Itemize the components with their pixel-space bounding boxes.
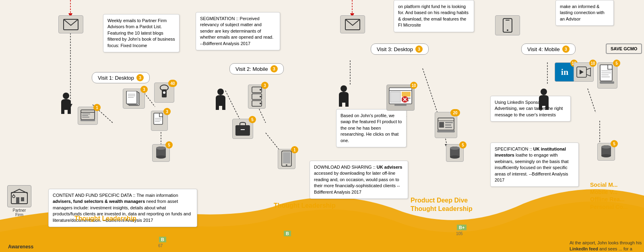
briefcase-icon-2: 5 bbox=[232, 119, 253, 139]
svg-point-74 bbox=[260, 96, 261, 97]
briefcase-icon-box-2: 5 bbox=[232, 119, 253, 139]
db-icon-3: 5 bbox=[446, 144, 464, 162]
db-badge-4: 5 bbox=[611, 140, 618, 147]
microsite-icon-box-3: 10 bbox=[386, 85, 415, 111]
email-icon-2 bbox=[345, 19, 360, 30]
bottom-label-4-line1: Social M... bbox=[590, 181, 627, 188]
partner-firm-node: PartnerFirm bbox=[7, 185, 31, 217]
annotation-6-text: DOWNLOAD AND SHARING :: UK advisers acce… bbox=[314, 165, 402, 194]
doc-icon-1: 3 bbox=[151, 111, 168, 131]
svg-rect-95 bbox=[437, 130, 455, 132]
svg-rect-47 bbox=[82, 114, 90, 114]
server-badge-2: 3 bbox=[261, 82, 268, 89]
svg-rect-45 bbox=[81, 110, 95, 120]
svg-rect-92 bbox=[445, 122, 453, 123]
visit-2-label: Visit 2: Mobile 3 bbox=[229, 63, 284, 74]
video-icon-4: 10 bbox=[574, 62, 594, 82]
doc-icon-box-1: 3 bbox=[151, 111, 168, 131]
svg-rect-60 bbox=[154, 113, 163, 124]
annotation-9-text: Using LinkedIn Sponsored Advertising, we… bbox=[495, 100, 563, 117]
docs-icon-box-1: 3 bbox=[123, 89, 145, 109]
bottom-label-3: Product Deep Dive Thought Leadership bbox=[411, 196, 473, 213]
visit-4-label: Visit 4: Mobile 3 bbox=[521, 43, 576, 55]
annotation-4: make an informed & lasting connection wi… bbox=[555, 0, 614, 26]
db-icon-box-4: 5 bbox=[597, 143, 615, 161]
svg-marker-101 bbox=[580, 70, 584, 74]
svg-rect-94 bbox=[445, 127, 452, 128]
svg-point-111 bbox=[601, 145, 611, 149]
svg-point-39 bbox=[341, 85, 347, 92]
svg-rect-88 bbox=[394, 104, 407, 106]
email-icon-node-2 bbox=[340, 15, 365, 33]
phone-icon-node bbox=[495, 15, 520, 35]
svg-rect-48 bbox=[82, 115, 88, 116]
briefcase-badge-2: 5 bbox=[249, 116, 256, 123]
server-icon-2: 3 bbox=[248, 85, 266, 109]
visit-2-text: Visit 2: Mobile bbox=[235, 66, 268, 72]
tablet-icon-2: 1 bbox=[278, 149, 295, 169]
svg-rect-77 bbox=[283, 152, 290, 163]
email-icon-box-2 bbox=[340, 15, 365, 33]
save-gcmo-button[interactable]: SAVE GCMO bbox=[606, 43, 642, 54]
annotation-1-text: Weekly emails to Partner Firm Advisors f… bbox=[107, 18, 175, 48]
annotation-5: Based on John's profile, we swap the fea… bbox=[336, 109, 407, 147]
annotation-3: on platform right fund he is looking for… bbox=[394, 0, 474, 32]
video-badge-4: 10 bbox=[589, 60, 597, 67]
svg-point-36 bbox=[217, 89, 224, 95]
db-icon-box-3: 5 bbox=[446, 144, 464, 162]
linkedin-text: in bbox=[561, 67, 568, 77]
svg-point-33 bbox=[63, 93, 69, 99]
filter-icon-1: 40 bbox=[154, 83, 174, 103]
docs-badge-1: 3 bbox=[140, 86, 148, 93]
svg-rect-81 bbox=[390, 92, 400, 102]
email-icon-node bbox=[58, 15, 83, 33]
report-icon-3: 20 bbox=[435, 112, 457, 138]
svg-rect-49 bbox=[82, 117, 89, 118]
email-icon-box bbox=[58, 15, 83, 33]
svg-rect-82 bbox=[402, 92, 411, 97]
awareness-label: Awareness bbox=[8, 244, 33, 250]
bottom-label-4-line3: Offline Rea... bbox=[590, 196, 627, 203]
annotation-1: Weekly emails to Partner Firm Advisors f… bbox=[103, 14, 180, 52]
svg-rect-38 bbox=[222, 104, 225, 110]
svg-rect-50 bbox=[80, 120, 95, 121]
visit-3-label: Visit 3: Desktop 3 bbox=[371, 43, 429, 55]
partner-firm-label: PartnerFirm bbox=[7, 208, 31, 217]
svg-rect-37 bbox=[216, 104, 219, 110]
annotation-2: SEGMENTATION :: Perceived relevancy of s… bbox=[196, 12, 280, 50]
svg-point-99 bbox=[450, 147, 460, 150]
person-icon-2 bbox=[214, 88, 227, 110]
bottom-label-2: Thought Leadership bbox=[274, 202, 336, 209]
email-icon bbox=[63, 19, 78, 30]
visit-4-badge: 3 bbox=[562, 45, 570, 53]
svg-point-66 bbox=[156, 155, 166, 159]
tablet-badge-2: 1 bbox=[291, 146, 298, 153]
svg-rect-40 bbox=[339, 101, 342, 107]
bottom-label-4-line4: Personal Co... bbox=[590, 203, 627, 211]
db-icon-1: 5 bbox=[152, 144, 170, 162]
svg-rect-41 bbox=[345, 101, 349, 107]
website-icon-1: 1 bbox=[78, 107, 98, 125]
microsite-icon-3: 10 bbox=[386, 85, 415, 111]
svg-point-98 bbox=[450, 155, 460, 159]
score-105: 105 bbox=[456, 231, 463, 236]
svg-point-110 bbox=[601, 154, 611, 157]
db-icon-box-1: 5 bbox=[152, 144, 170, 162]
svg-point-59 bbox=[163, 91, 165, 94]
visit-3-text: Visit 3: Desktop bbox=[377, 46, 413, 52]
annotation-6: DOWNLOAD AND SHARING :: UK advisers acce… bbox=[310, 161, 408, 199]
annotation-4-text: make an informed & lasting connection wi… bbox=[560, 4, 605, 21]
annotation-8: SPECIFICATION :: UK institutional invest… bbox=[490, 143, 579, 187]
svg-line-21 bbox=[588, 89, 596, 113]
annotation-2-text: SEGMENTATION :: Perceived relevancy of s… bbox=[200, 16, 273, 46]
docs-icon-1: 3 bbox=[123, 89, 145, 109]
svg-point-42 bbox=[541, 89, 547, 95]
annotation-8-text: SPECIFICATION :: UK institutional invest… bbox=[495, 147, 568, 182]
linkedin-icon-box-4: 10 in bbox=[555, 62, 575, 82]
score-67: 67 bbox=[158, 244, 163, 248]
server-icon-box-2: 3 bbox=[248, 85, 266, 109]
website-icon-box-1: 1 bbox=[78, 107, 98, 125]
score-badge-b-1: B bbox=[159, 237, 166, 242]
svg-rect-69 bbox=[241, 129, 245, 130]
visit-2-badge: 3 bbox=[270, 65, 278, 72]
